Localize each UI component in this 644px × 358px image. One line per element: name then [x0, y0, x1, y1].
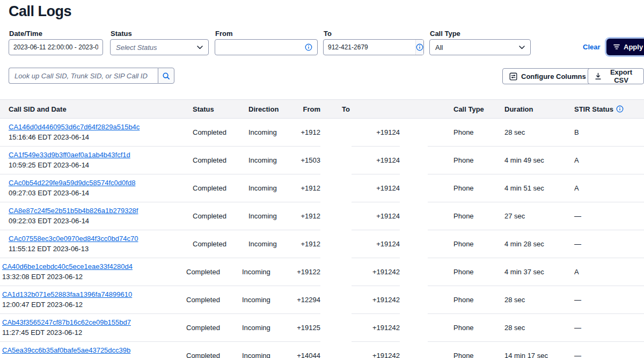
col-header-status: Status: [185, 105, 239, 113]
duration-value: 4 min 28 sec: [504, 240, 544, 248]
datetime-input[interactable]: [9, 40, 103, 55]
direction-value: Incoming: [248, 212, 277, 220]
table-row: CAc0b54d229fe9a59d9dc58574fc0d0fd8 09:27…: [0, 174, 644, 202]
call-type-value: Phone: [453, 128, 474, 136]
from-number: +1912: [301, 240, 320, 248]
status-value: Completed: [186, 324, 220, 332]
sid-search: [9, 68, 174, 84]
status-value: Completed: [186, 296, 220, 304]
redacted-area: [400, 342, 428, 358]
info-icon[interactable]: [300, 40, 317, 55]
configure-columns-icon: [509, 72, 517, 81]
sid-search-input[interactable]: [9, 68, 158, 84]
duration-value: 4 min 51 sec: [504, 184, 544, 192]
from-number: +1912: [301, 128, 320, 136]
call-logs-page: Call Logs Date/Time Status Select Status…: [0, 0, 644, 358]
call-type-value: Phone: [453, 240, 474, 248]
table-row: CAb43f3565247cf87b16c62ce09b155bd7 11:27…: [0, 314, 644, 342]
redacted-area: [400, 174, 428, 202]
redacted-area: [320, 286, 352, 314]
info-icon[interactable]: [415, 40, 423, 55]
apply-button-label: Apply: [624, 43, 643, 51]
call-sid-link[interactable]: CA5ea39cc6b35af0bafe5ae43725dcc39b: [2, 346, 130, 355]
from-number: +1912: [301, 184, 320, 192]
from-label: From: [215, 30, 233, 38]
table-row: CAc07558ec3c0e0970ed84f3cc0bd74c70 11:55…: [0, 230, 644, 258]
table-header-row: Call SID and Date Status Direction From …: [0, 99, 644, 119]
configure-columns-label: Configure Columns: [521, 72, 586, 81]
call-sid-link[interactable]: CA146d0d4460953d6c7d64f2829a515b4c: [9, 122, 140, 132]
datetime-label: Date/Time: [9, 30, 42, 38]
from-number: +1503: [301, 156, 320, 164]
call-date: 09:22:03 EDT 2023-06-14: [9, 216, 89, 226]
from-number: +19125: [297, 324, 320, 332]
to-number: +19124: [376, 156, 400, 164]
status-label: Status: [111, 30, 132, 38]
search-button[interactable]: [158, 68, 174, 84]
call-date: 10:59:25 EDT 2023-06-14: [9, 160, 89, 170]
call-date: 07:51:42 EDT 2023-06-12: [2, 356, 83, 358]
call-sid-link[interactable]: CA1f549e33d9b3ff0aef0a1ab4b43fcf1d: [9, 150, 130, 160]
duration-value: 4 min 37 sec: [504, 268, 544, 276]
call-sid-link[interactable]: CAb43f3565247cf87b16c62ce09b155bd7: [2, 318, 131, 327]
from-number: +19122: [297, 268, 320, 276]
page-title: Call Logs: [9, 3, 71, 20]
status-value: Completed: [186, 352, 220, 358]
status-select[interactable]: Select Status: [110, 39, 209, 55]
chevron-down-icon: [519, 46, 525, 49]
status-select-value: Select Status: [116, 43, 157, 52]
call-type-value: Phone: [453, 324, 474, 332]
call-date: 15:16:46 EDT 2023-06-14: [9, 133, 89, 142]
direction-value: Incoming: [242, 324, 270, 332]
status-value: Completed: [186, 268, 220, 276]
call-sid-link[interactable]: CAc07558ec3c0e0970ed84f3cc0bd74c70: [9, 234, 138, 244]
call-sid-link[interactable]: CA1d132b071e52883faa1396fa74899610: [2, 290, 132, 299]
call-type-value: Phone: [453, 156, 474, 164]
call-sid-link[interactable]: CAc0b54d229fe9a59d9dc58574fc0d0fd8: [9, 178, 135, 188]
col-header-duration: Duration: [499, 105, 564, 113]
from-input[interactable]: [215, 40, 300, 55]
duration-value: 28 sec: [504, 128, 525, 136]
call-date: 12:00:47 EDT 2023-06-12: [2, 300, 83, 310]
call-type-value: Phone: [453, 212, 474, 220]
direction-value: Incoming: [248, 128, 277, 136]
call-type-select[interactable]: All: [429, 39, 531, 55]
apply-button[interactable]: Apply: [606, 39, 644, 55]
configure-columns-button[interactable]: Configure Columns: [502, 68, 593, 84]
chevron-down-icon: [197, 46, 203, 49]
call-sid-link[interactable]: CA40d6be1cebdc40c5ece1eae33f4280d4: [2, 262, 133, 272]
status-value: Completed: [193, 212, 226, 220]
from-number: +14044: [297, 352, 320, 358]
to-number: +191242: [372, 352, 400, 358]
call-sid-link[interactable]: CA8e87c24f5e2b51b5b4b826a1b279328f: [9, 206, 138, 216]
stir-status-value: —: [574, 352, 581, 358]
call-date: 11:55:12 EDT 2023-06-13: [9, 244, 89, 254]
call-type-value: Phone: [453, 184, 474, 192]
redacted-area: [400, 314, 428, 342]
export-csv-button[interactable]: Export CSV: [588, 68, 644, 84]
duration-value: 27 sec: [504, 212, 525, 220]
status-value: Completed: [193, 184, 226, 192]
col-header-from: From: [294, 105, 320, 113]
call-date: 11:27:45 EDT 2023-06-12: [2, 328, 82, 338]
clear-filters-link[interactable]: Clear: [583, 43, 601, 51]
call-type-value: Phone: [453, 352, 474, 358]
status-value: Completed: [193, 156, 226, 164]
to-input[interactable]: [324, 40, 415, 55]
redacted-area: [320, 230, 352, 258]
to-number: +19124: [376, 240, 400, 248]
redacted-area: [320, 342, 352, 358]
filter-icon: [613, 44, 620, 50]
redacted-area: [320, 147, 352, 174]
info-icon[interactable]: [616, 105, 624, 113]
status-value: Completed: [193, 128, 226, 136]
table-row: CA146d0d4460953d6c7d64f2829a515b4c 15:16…: [0, 119, 644, 147]
table-row: CA8e87c24f5e2b51b5b4b826a1b279328f 09:22…: [0, 202, 644, 230]
stir-status-value: B: [574, 128, 579, 136]
direction-value: Incoming: [242, 352, 270, 358]
redacted-area: [400, 147, 428, 174]
direction-value: Incoming: [242, 296, 270, 304]
status-value: Completed: [193, 240, 226, 248]
redacted-area: [320, 119, 352, 147]
call-type-label: Call Type: [430, 30, 460, 38]
